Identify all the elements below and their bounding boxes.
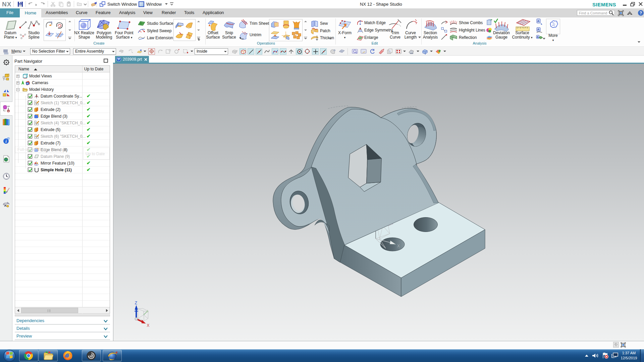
svg-text:A: A <box>537 36 539 39</box>
svg-text:X: X <box>147 323 150 328</box>
svg-text:Z: Z <box>135 301 137 305</box>
svg-text:X: X <box>397 244 400 248</box>
svg-text:A: A <box>537 28 540 31</box>
svg-text:i: i <box>5 139 7 144</box>
svg-text:?: ? <box>640 11 642 15</box>
svg-text:A: A <box>537 19 540 23</box>
